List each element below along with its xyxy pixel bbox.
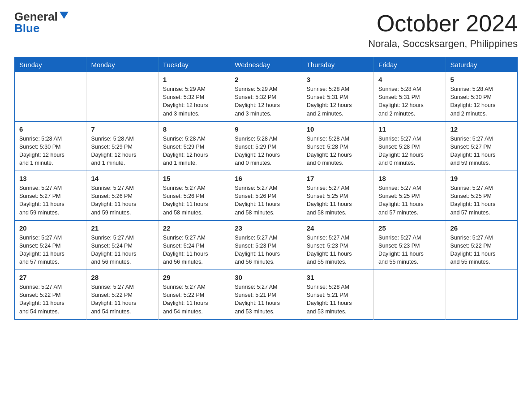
day-number: 17 [307, 175, 369, 182]
weekday-header-sunday: Sunday [15, 57, 86, 73]
week-row-5: 27Sunrise: 5:27 AM Sunset: 5:22 PM Dayli… [15, 270, 518, 320]
day-number: 23 [235, 224, 297, 232]
day-info: Sunrise: 5:28 AM Sunset: 5:30 PM Dayligh… [19, 135, 82, 167]
day-number: 1 [163, 76, 225, 83]
day-info: Sunrise: 5:27 AM Sunset: 5:26 PM Dayligh… [163, 184, 225, 217]
day-cell: 10Sunrise: 5:28 AM Sunset: 5:28 PM Dayli… [302, 121, 373, 171]
day-info: Sunrise: 5:27 AM Sunset: 5:24 PM Dayligh… [163, 234, 225, 266]
day-number: 16 [235, 175, 297, 182]
day-info: Sunrise: 5:29 AM Sunset: 5:32 PM Dayligh… [235, 85, 297, 118]
day-cell: 1Sunrise: 5:29 AM Sunset: 5:32 PM Daylig… [158, 72, 230, 121]
logo-triangle-icon [60, 12, 69, 19]
weekday-header-thursday: Thursday [302, 57, 373, 73]
day-cell: 11Sunrise: 5:27 AM Sunset: 5:28 PM Dayli… [374, 121, 446, 171]
day-info: Sunrise: 5:27 AM Sunset: 5:27 PM Dayligh… [19, 184, 82, 217]
day-cell: 26Sunrise: 5:27 AM Sunset: 5:22 PM Dayli… [446, 220, 517, 270]
day-cell: 9Sunrise: 5:28 AM Sunset: 5:29 PM Daylig… [230, 121, 302, 171]
day-info: Sunrise: 5:27 AM Sunset: 5:28 PM Dayligh… [378, 135, 441, 167]
weekday-header-saturday: Saturday [446, 57, 517, 73]
day-cell: 8Sunrise: 5:28 AM Sunset: 5:29 PM Daylig… [158, 121, 230, 171]
day-number: 21 [91, 224, 153, 232]
weekday-header-wednesday: Wednesday [230, 57, 302, 73]
day-info: Sunrise: 5:27 AM Sunset: 5:23 PM Dayligh… [378, 234, 441, 266]
day-number: 31 [307, 274, 369, 281]
title-section: October 2024 Norala, Soccsksargen, Phili… [368, 11, 518, 50]
calendar-table: SundayMondayTuesdayWednesdayThursdayFrid… [14, 57, 518, 320]
day-cell: 4Sunrise: 5:28 AM Sunset: 5:31 PM Daylig… [374, 72, 446, 121]
day-number: 2 [235, 76, 297, 83]
day-info: Sunrise: 5:27 AM Sunset: 5:25 PM Dayligh… [378, 184, 441, 217]
week-row-3: 13Sunrise: 5:27 AM Sunset: 5:27 PM Dayli… [15, 171, 518, 221]
day-cell: 5Sunrise: 5:28 AM Sunset: 5:30 PM Daylig… [446, 72, 517, 121]
day-number: 25 [378, 224, 441, 232]
day-number: 22 [163, 224, 225, 232]
week-row-4: 20Sunrise: 5:27 AM Sunset: 5:24 PM Dayli… [15, 220, 518, 270]
day-cell: 7Sunrise: 5:28 AM Sunset: 5:29 PM Daylig… [86, 121, 158, 171]
logo: General Blue [14, 11, 69, 34]
day-info: Sunrise: 5:27 AM Sunset: 5:24 PM Dayligh… [91, 234, 153, 266]
day-number: 12 [450, 125, 513, 133]
day-info: Sunrise: 5:27 AM Sunset: 5:21 PM Dayligh… [235, 283, 297, 316]
day-number: 3 [307, 76, 369, 83]
day-cell: 23Sunrise: 5:27 AM Sunset: 5:23 PM Dayli… [230, 220, 302, 270]
day-number: 4 [378, 76, 441, 83]
day-number: 29 [163, 274, 225, 281]
day-cell [86, 72, 158, 121]
day-number: 8 [163, 125, 225, 133]
day-cell: 2Sunrise: 5:29 AM Sunset: 5:32 PM Daylig… [230, 72, 302, 121]
day-number: 26 [450, 224, 513, 232]
day-number: 30 [235, 274, 297, 281]
location-title: Norala, Soccsksargen, Philippines [368, 38, 518, 50]
day-info: Sunrise: 5:27 AM Sunset: 5:25 PM Dayligh… [307, 184, 369, 217]
day-number: 20 [19, 224, 82, 232]
day-cell [15, 72, 86, 121]
day-cell [446, 270, 517, 320]
day-info: Sunrise: 5:28 AM Sunset: 5:31 PM Dayligh… [307, 85, 369, 118]
day-cell: 20Sunrise: 5:27 AM Sunset: 5:24 PM Dayli… [15, 220, 86, 270]
day-info: Sunrise: 5:27 AM Sunset: 5:22 PM Dayligh… [450, 234, 513, 266]
day-info: Sunrise: 5:27 AM Sunset: 5:24 PM Dayligh… [19, 234, 82, 266]
day-cell: 12Sunrise: 5:27 AM Sunset: 5:27 PM Dayli… [446, 121, 517, 171]
day-cell: 25Sunrise: 5:27 AM Sunset: 5:23 PM Dayli… [374, 220, 446, 270]
day-cell: 18Sunrise: 5:27 AM Sunset: 5:25 PM Dayli… [374, 171, 446, 221]
day-number: 10 [307, 125, 369, 133]
day-cell: 19Sunrise: 5:27 AM Sunset: 5:25 PM Dayli… [446, 171, 517, 221]
day-info: Sunrise: 5:28 AM Sunset: 5:31 PM Dayligh… [378, 85, 441, 118]
day-number: 19 [450, 175, 513, 182]
day-cell: 15Sunrise: 5:27 AM Sunset: 5:26 PM Dayli… [158, 171, 230, 221]
day-info: Sunrise: 5:27 AM Sunset: 5:23 PM Dayligh… [235, 234, 297, 266]
day-number: 13 [19, 175, 82, 182]
day-info: Sunrise: 5:28 AM Sunset: 5:30 PM Dayligh… [450, 85, 513, 118]
day-info: Sunrise: 5:27 AM Sunset: 5:22 PM Dayligh… [163, 283, 225, 316]
day-info: Sunrise: 5:27 AM Sunset: 5:27 PM Dayligh… [450, 135, 513, 167]
day-cell: 24Sunrise: 5:27 AM Sunset: 5:23 PM Dayli… [302, 220, 373, 270]
day-number: 11 [378, 125, 441, 133]
day-cell: 31Sunrise: 5:28 AM Sunset: 5:21 PM Dayli… [302, 270, 373, 320]
day-cell: 29Sunrise: 5:27 AM Sunset: 5:22 PM Dayli… [158, 270, 230, 320]
day-number: 28 [91, 274, 153, 281]
day-number: 6 [19, 125, 82, 133]
day-info: Sunrise: 5:27 AM Sunset: 5:26 PM Dayligh… [235, 184, 297, 217]
day-number: 5 [450, 76, 513, 83]
day-number: 14 [91, 175, 153, 182]
day-info: Sunrise: 5:27 AM Sunset: 5:22 PM Dayligh… [19, 283, 82, 316]
day-cell [374, 270, 446, 320]
page-header: General Blue October 2024 Norala, Soccsk… [14, 11, 518, 50]
day-cell: 17Sunrise: 5:27 AM Sunset: 5:25 PM Dayli… [302, 171, 373, 221]
day-cell: 13Sunrise: 5:27 AM Sunset: 5:27 PM Dayli… [15, 171, 86, 221]
day-number: 24 [307, 224, 369, 232]
day-cell: 30Sunrise: 5:27 AM Sunset: 5:21 PM Dayli… [230, 270, 302, 320]
day-info: Sunrise: 5:29 AM Sunset: 5:32 PM Dayligh… [163, 85, 225, 118]
day-info: Sunrise: 5:28 AM Sunset: 5:29 PM Dayligh… [91, 135, 153, 167]
day-cell: 16Sunrise: 5:27 AM Sunset: 5:26 PM Dayli… [230, 171, 302, 221]
day-info: Sunrise: 5:28 AM Sunset: 5:28 PM Dayligh… [307, 135, 369, 167]
day-number: 7 [91, 125, 153, 133]
day-number: 18 [378, 175, 441, 182]
logo-blue: Blue [14, 21, 39, 35]
day-cell: 14Sunrise: 5:27 AM Sunset: 5:26 PM Dayli… [86, 171, 158, 221]
day-info: Sunrise: 5:27 AM Sunset: 5:25 PM Dayligh… [450, 184, 513, 217]
week-row-1: 1Sunrise: 5:29 AM Sunset: 5:32 PM Daylig… [15, 72, 518, 121]
day-info: Sunrise: 5:27 AM Sunset: 5:23 PM Dayligh… [307, 234, 369, 266]
weekday-header-row: SundayMondayTuesdayWednesdayThursdayFrid… [15, 57, 518, 73]
day-info: Sunrise: 5:28 AM Sunset: 5:21 PM Dayligh… [307, 283, 369, 316]
